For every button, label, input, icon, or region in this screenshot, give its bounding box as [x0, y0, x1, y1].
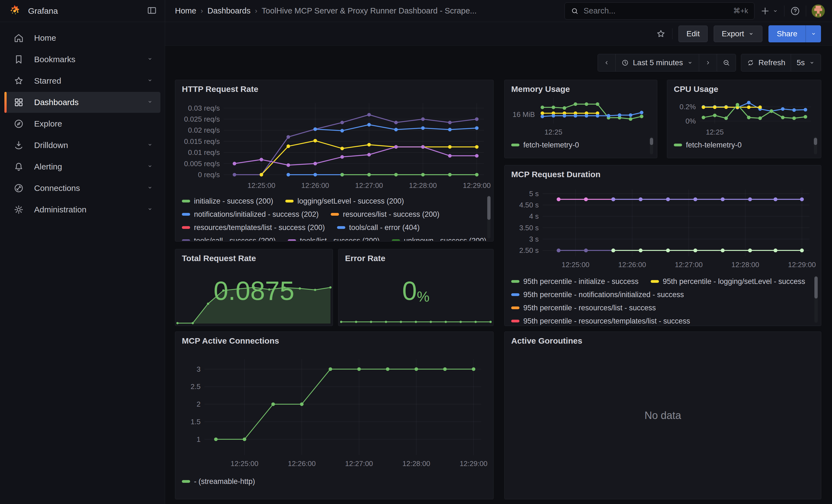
panel-total-request-rate[interactable]: Total Request Rate 0.0875: [175, 249, 333, 326]
legend-row: 95th percentile - resources/templates/li…: [511, 314, 818, 325]
legend-item[interactable]: tools/call - success (200): [182, 237, 276, 241]
legend-item[interactable]: unknown - success (200): [392, 237, 487, 241]
sidebar-item-administration[interactable]: Administration: [4, 199, 160, 220]
user-avatar[interactable]: [812, 4, 825, 18]
legend-scrollbar[interactable]: [814, 137, 817, 154]
legend-item[interactable]: 95th percentile - notifications/initiali…: [511, 291, 684, 299]
legend-item[interactable]: - (streamable-http): [182, 477, 255, 486]
breadcrumb-item[interactable]: ToolHive MCP Server & Proxy Runner Dashb…: [262, 6, 476, 16]
refresh-label: Refresh: [758, 58, 785, 67]
time-range-group: Last 5 minutes: [598, 54, 736, 72]
legend-chip: [511, 320, 519, 322]
sidebar-item-home[interactable]: Home: [4, 27, 160, 48]
dashboard-toolbar: Edit Export Share: [165, 22, 832, 46]
search-icon: [571, 7, 579, 15]
svg-text:3 s: 3 s: [529, 235, 539, 243]
sidebar-item-dashboards[interactable]: Dashboards: [4, 92, 160, 113]
sidebar-item-starred[interactable]: Starred: [4, 71, 160, 91]
legend-label: fetch-telemetry-0: [523, 141, 579, 150]
panel-active-goroutines[interactable]: Active Goroutines No data: [504, 331, 821, 499]
svg-text:0%: 0%: [685, 117, 696, 125]
legend-item[interactable]: tools/list - success (200): [288, 237, 380, 241]
sidebar-item-alerting[interactable]: Alerting: [4, 156, 160, 177]
legend-label: 95th percentile - initialize - success: [523, 277, 639, 286]
chevron-down-icon: [748, 30, 754, 37]
panel-title: MCP Active Connections: [175, 332, 493, 347]
svg-text:12:28:00: 12:28:00: [409, 181, 437, 190]
legend-item[interactable]: notifications/initialized - success (202…: [182, 210, 319, 219]
time-range-picker[interactable]: Last 5 minutes: [616, 54, 699, 71]
export-button[interactable]: Export: [714, 26, 762, 42]
legend-item[interactable]: initialize - success (200): [182, 197, 273, 206]
stat-wrap: 0%: [338, 249, 493, 326]
add-new-button[interactable]: [760, 6, 779, 16]
svg-text:4.50 s: 4.50 s: [519, 201, 539, 209]
svg-text:12:28:00: 12:28:00: [731, 261, 759, 269]
legend-chip: [392, 239, 400, 241]
search-input[interactable]: [583, 6, 729, 16]
legend-item[interactable]: 95th percentile - resources/list - succe…: [511, 304, 656, 312]
panel-http-request-rate[interactable]: HTTP Request Rate 0 req/s0.005 req/s0.01…: [175, 80, 494, 242]
svg-text:0.025 req/s: 0.025 req/s: [184, 115, 220, 123]
legend-item[interactable]: tools/call - error (404): [337, 223, 420, 232]
legend-item[interactable]: 95th percentile - initialize - success: [511, 277, 639, 286]
sidebar-item-explore[interactable]: Explore: [4, 113, 160, 134]
panel-error-rate[interactable]: Error Rate 0%: [338, 249, 494, 326]
svg-text:12:25:00: 12:25:00: [248, 181, 275, 190]
legend-scrollbar[interactable]: [487, 195, 491, 239]
chevron-down-icon: [147, 76, 153, 85]
legend-label: fetch-telemetry-0: [686, 141, 742, 150]
sidebar-toggle-button[interactable]: [147, 5, 157, 17]
sidebar-item-label: Dashboards: [34, 98, 79, 107]
panel-mcp-request-duration[interactable]: MCP Request Duration 5 s4.50 s4 s3.50 s3…: [504, 165, 821, 326]
legend-item[interactable]: fetch-telemetry-0: [511, 141, 579, 150]
star-dashboard-button[interactable]: [656, 29, 666, 39]
breadcrumb-item[interactable]: Home: [175, 6, 196, 16]
topbar-divider: [784, 5, 784, 17]
topbar-brand-section: Grafana: [0, 0, 165, 22]
breadcrumb-item[interactable]: Dashboards: [207, 6, 250, 16]
chevron-right-icon: [705, 59, 711, 66]
legend-chip: [182, 480, 190, 483]
legend-scrollbar[interactable]: [650, 137, 653, 154]
mcp-active-connections-chart: 11.522.5312:25:0012:26:0012:27:0012:28:0…: [177, 349, 490, 473]
share-menu-button[interactable]: [806, 25, 821, 43]
sidebar-navigation: HomeBookmarksStarredDashboardsExploreDri…: [0, 22, 165, 504]
sidebar-item-connections[interactable]: Connections: [4, 178, 160, 198]
legend-item[interactable]: 95th percentile - logging/setLevel - suc…: [651, 277, 805, 286]
panel-memory-usage[interactable]: Memory Usage 16 MiB12:25 fetch-telemetry…: [504, 80, 657, 158]
zoom-out-time-button[interactable]: [717, 54, 736, 71]
refresh-interval-picker[interactable]: 5s: [791, 54, 821, 71]
chevron-down-icon: [147, 98, 153, 107]
question-circle-icon: [790, 6, 800, 16]
search-box[interactable]: ⌘+k: [565, 2, 754, 20]
legend-item[interactable]: fetch-telemetry-0: [674, 141, 742, 150]
legend-item[interactable]: logging/setLevel - success (200): [285, 197, 404, 206]
chevron-down-icon: [687, 59, 693, 66]
legend-chip: [674, 143, 682, 147]
legend-item[interactable]: 95th percentile - resources/templates/li…: [511, 317, 690, 325]
chevron-down-icon: [147, 162, 153, 171]
legend-label: tools/call - success (200): [194, 237, 276, 241]
memory-chart-svg: 16 MiB12:25: [506, 95, 654, 136]
svg-text:12:25: 12:25: [545, 128, 562, 136]
legend-label: 95th percentile - resources/templates/li…: [523, 317, 690, 325]
edit-button[interactable]: Edit: [678, 26, 708, 42]
help-button[interactable]: [790, 6, 800, 16]
breadcrumb-separator: ›: [201, 7, 203, 15]
svg-text:0.02 req/s: 0.02 req/s: [188, 126, 220, 134]
legend-scrollbar[interactable]: [814, 276, 818, 323]
memory-legend: fetch-telemetry-0: [511, 138, 645, 154]
legend-item[interactable]: resources/templates/list - success (200): [182, 223, 325, 232]
panel-cpu-usage[interactable]: CPU Usage 0.2%0%12:25 fetch-telemetry-0: [667, 80, 821, 158]
legend-item[interactable]: resources/list - success (200): [331, 210, 439, 219]
legend-chip: [511, 143, 519, 147]
panel-mcp-active-connections[interactable]: MCP Active Connections 11.522.5312:25:00…: [175, 331, 494, 499]
time-shift-forward-button[interactable]: [699, 54, 717, 71]
refresh-button[interactable]: Refresh: [741, 54, 791, 71]
share-button[interactable]: Share: [769, 25, 806, 43]
sidebar-item-label: Alerting: [34, 162, 62, 171]
time-shift-back-button[interactable]: [598, 54, 616, 71]
sidebar-item-drilldown[interactable]: Drilldown: [4, 135, 160, 156]
sidebar-item-bookmarks[interactable]: Bookmarks: [4, 49, 160, 70]
